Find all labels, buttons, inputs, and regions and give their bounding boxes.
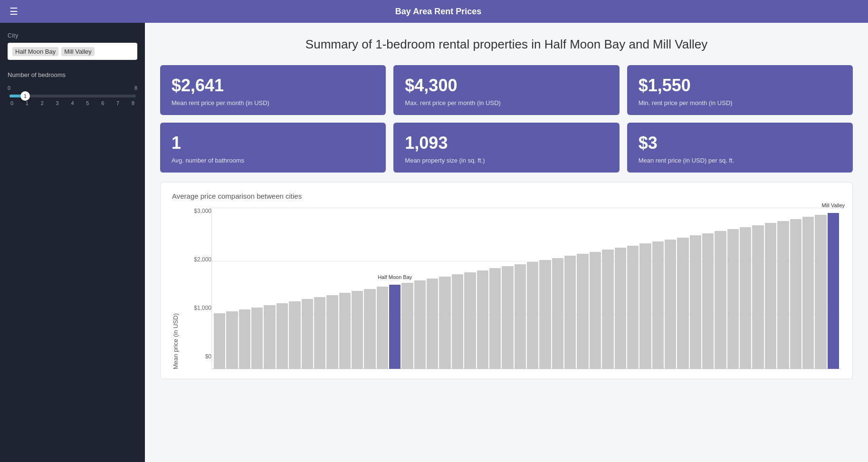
slider-min-label: 0 xyxy=(8,85,10,91)
half-moon-bay-bar-label: Half Moon Bay xyxy=(378,274,412,280)
bar-1 xyxy=(226,311,238,369)
bar-40 xyxy=(715,231,726,369)
bar-15 xyxy=(401,283,413,369)
stat-value-rent-per-sqft: $3 xyxy=(639,133,841,153)
bar-6 xyxy=(289,301,300,369)
bar-2 xyxy=(239,309,250,369)
mill-valley-bar-label: Mill Valley xyxy=(821,202,845,208)
stat-value-max-rent: $4,300 xyxy=(405,76,608,96)
bar-32 xyxy=(615,248,626,369)
main-content: Summary of 1-bedroom rental properties i… xyxy=(145,23,868,462)
slider-max-label: 8 xyxy=(134,85,137,91)
bar-44 xyxy=(765,223,776,369)
bar-48 xyxy=(815,215,826,369)
bar-25 xyxy=(527,262,538,369)
bar-14: Half Moon Bay xyxy=(389,285,401,369)
bar-41 xyxy=(727,229,739,369)
bar-31 xyxy=(602,250,613,369)
city-tag-half-moon-bay: Half Moon Bay xyxy=(12,47,58,56)
stat-desc-bathrooms: Avg. number of bathrooms xyxy=(172,157,374,164)
bar-47 xyxy=(802,217,814,369)
stat-desc-min-rent: Min. rent price per month (in USD) xyxy=(639,99,841,106)
bar-19 xyxy=(452,274,463,369)
stat-value-property-size: 1,093 xyxy=(405,133,608,153)
bar-13 xyxy=(377,287,388,369)
layout: City Half Moon Bay Mill Valley Number of… xyxy=(0,23,868,462)
stat-card-property-size: 1,093 Mean property size (in sq. ft.) xyxy=(393,123,619,173)
bar-11 xyxy=(352,291,363,369)
bar-38 xyxy=(690,235,701,369)
y-axis-title: Mean price (in USD) xyxy=(172,208,179,369)
bar-16 xyxy=(414,280,426,369)
stat-card-rent-per-sqft: $3 Mean rent price (in USD) per sq. ft. xyxy=(627,123,853,173)
page-title: Summary of 1-bedroom rental properties i… xyxy=(160,37,853,52)
bar-39 xyxy=(702,233,714,369)
bar-0 xyxy=(214,313,225,369)
city-multiselect[interactable]: Half Moon Bay Mill Valley xyxy=(8,43,137,60)
bar-37 xyxy=(677,238,688,369)
hamburger-icon[interactable]: ☰ xyxy=(10,6,18,17)
bar-49: Mill Valley xyxy=(828,213,839,369)
stat-card-max-rent: $4,300 Max. rent price per month (in USD… xyxy=(393,65,619,115)
stat-card-min-rent: $1,550 Min. rent price per month (in USD… xyxy=(627,65,853,115)
slider-track[interactable]: 1 xyxy=(10,95,135,97)
y-label-2000: $2,000 xyxy=(194,256,211,263)
bar-36 xyxy=(665,240,676,369)
bar-34 xyxy=(639,243,651,369)
city-label: City xyxy=(8,32,137,39)
y-label-0: $0 xyxy=(205,353,211,360)
bar-24 xyxy=(515,264,526,369)
city-tag-mill-valley: Mill Valley xyxy=(61,47,95,56)
bedrooms-label: Number of bedrooms xyxy=(8,71,137,78)
slider-thumb[interactable]: 1 xyxy=(20,91,30,101)
bar-28 xyxy=(564,256,576,369)
bar-3 xyxy=(251,308,263,369)
app-title: Bay Area Rent Prices xyxy=(18,7,858,17)
bar-7 xyxy=(302,299,313,369)
bar-22 xyxy=(489,268,501,369)
bar-43 xyxy=(752,225,763,369)
bar-9 xyxy=(326,295,338,369)
stat-desc-property-size: Mean property size (in sq. ft.) xyxy=(405,157,608,164)
bar-20 xyxy=(464,272,476,369)
bar-27 xyxy=(552,258,563,369)
y-label-3000: $3,000 xyxy=(194,208,211,214)
bar-30 xyxy=(590,252,601,369)
slider-container: 1 0 1 2 3 4 5 6 7 8 xyxy=(8,95,137,106)
chart-body: Half Moon BayMill Valley xyxy=(211,208,841,369)
stat-value-mean-rent: $2,641 xyxy=(172,76,374,96)
stat-value-bathrooms: 1 xyxy=(172,133,374,153)
chart-bars-container: Half Moon BayMill Valley xyxy=(211,208,841,369)
bar-33 xyxy=(627,246,639,369)
sidebar: City Half Moon Bay Mill Valley Number of… xyxy=(0,23,145,462)
bar-23 xyxy=(502,266,513,369)
bar-45 xyxy=(777,221,789,369)
chart-wrapper: Mean price (in USD) $3,000 $2,000 $1,000… xyxy=(172,208,841,369)
bar-17 xyxy=(427,279,438,369)
stat-card-mean-rent: $2,641 Mean rent price per month (in USD… xyxy=(160,65,386,115)
slider-range-labels: 0 8 xyxy=(8,85,137,91)
bar-8 xyxy=(314,297,325,369)
stat-desc-mean-rent: Mean rent price per month (in USD) xyxy=(172,99,374,106)
chart-section: Average price comparison between cities … xyxy=(160,182,853,379)
stat-desc-rent-per-sqft: Mean rent price (in USD) per sq. ft. xyxy=(639,157,841,164)
chart-title: Average price comparison between cities xyxy=(172,192,841,200)
bar-5 xyxy=(277,303,288,369)
stat-value-min-rent: $1,550 xyxy=(639,76,841,96)
stat-desc-max-rent: Max. rent price per month (in USD) xyxy=(405,99,608,106)
bars-row: Half Moon BayMill Valley xyxy=(212,208,841,369)
bar-12 xyxy=(364,289,375,369)
bar-10 xyxy=(339,293,351,369)
bar-4 xyxy=(264,305,275,369)
stat-card-bathrooms: 1 Avg. number of bathrooms xyxy=(160,123,386,173)
bar-42 xyxy=(740,227,751,369)
bar-26 xyxy=(539,260,551,369)
topnav: ☰ Bay Area Rent Prices xyxy=(0,0,868,23)
y-label-1000: $1,000 xyxy=(194,305,211,311)
bar-21 xyxy=(477,270,488,369)
bar-46 xyxy=(790,219,801,369)
bar-29 xyxy=(577,254,588,369)
bar-35 xyxy=(652,241,664,369)
y-axis: $3,000 $2,000 $1,000 $0 xyxy=(183,208,211,369)
slider-ticks: 0 1 2 3 4 5 6 7 8 xyxy=(10,100,135,106)
